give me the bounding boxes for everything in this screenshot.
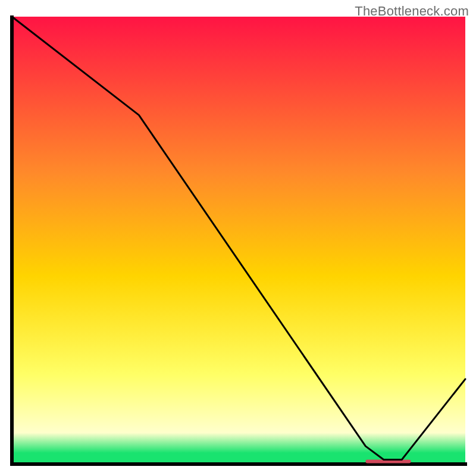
chart-container: { "watermark": "TheBottleneck.com", "col…: [0, 0, 476, 476]
svg-rect-0: [12, 17, 465, 464]
plot-area: [8, 15, 468, 468]
chart-svg: [8, 15, 468, 468]
gradient-background: [12, 17, 465, 464]
